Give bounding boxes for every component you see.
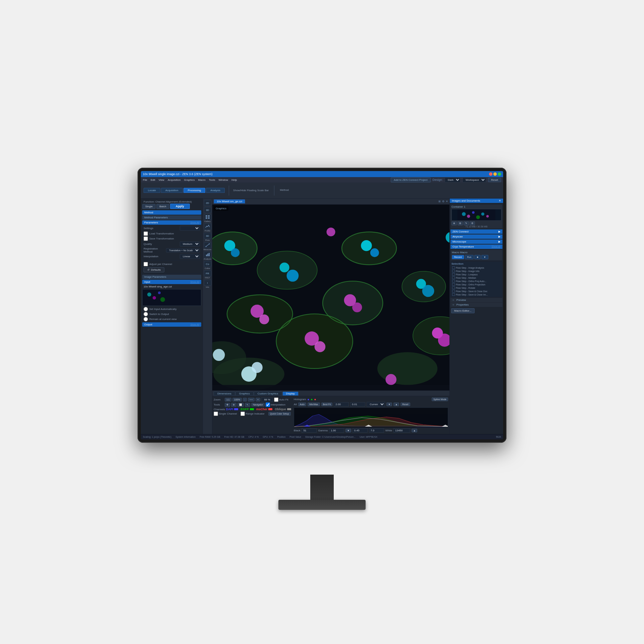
zoom-fit-btn[interactable]: 1:1 (225, 398, 231, 401)
reg-method-select[interactable]: Translation + No Scaling (166, 248, 200, 253)
tab-acquisition[interactable]: Acquisition (161, 188, 183, 193)
white-up-btn[interactable]: ▲ (412, 429, 417, 432)
minimize-btn[interactable] (493, 172, 497, 176)
gamma-step-input[interactable] (350, 402, 365, 407)
adjust-channel-check[interactable] (144, 262, 148, 266)
single-btn[interactable]: Single (142, 204, 156, 209)
set-input-auto-radio[interactable] (144, 307, 148, 311)
method-params-header[interactable]: Method Parameters (142, 215, 201, 220)
3dplots-btn[interactable]: 3D (204, 233, 211, 239)
input-header[interactable]: Input Show All (142, 280, 201, 284)
flow-check-save-close-doc[interactable] (452, 290, 455, 292)
microscope-header[interactable]: Microscope ▶ (450, 239, 502, 244)
gamma-input[interactable] (334, 402, 349, 407)
microscope-image[interactable]: ◄ Show All Graphics (212, 205, 449, 390)
gamma-low-input[interactable] (353, 428, 368, 433)
minmax-btn[interactable]: Min/Max (308, 402, 320, 406)
output-header[interactable]: Output Show All (142, 322, 201, 327)
reset-btn[interactable]: Reset (488, 178, 501, 182)
zoom-in-btn[interactable]: + (256, 398, 260, 401)
add-to-zen-btn[interactable]: Add to ZEN Connect Project (391, 177, 431, 182)
right-panel-close[interactable]: ✕ (499, 199, 501, 202)
white-input[interactable] (393, 428, 410, 433)
menu-macro[interactable]: Macro (198, 178, 206, 181)
parameters-header[interactable]: Parameters Show All (142, 220, 201, 225)
flow-check-ortho[interactable] (452, 283, 455, 286)
measure-btn[interactable] (204, 242, 211, 248)
mscher-channel[interactable]: msCher (256, 408, 268, 411)
properties-item[interactable]: ○ Properties (450, 303, 502, 307)
pointer-btn[interactable]: ↖ (245, 403, 250, 407)
batch-btn[interactable]: Batch (156, 204, 169, 209)
interp-select[interactable]: Linear (180, 254, 200, 259)
flow-check-save-close-im[interactable] (452, 293, 455, 296)
gallery-btn[interactable] (204, 214, 211, 220)
show-hide-scale-bar[interactable]: Show/Hide Floating Scale Bar (233, 189, 269, 192)
region-btn[interactable]: ⬜ (237, 403, 244, 407)
colloc-btn[interactable]: Co (204, 261, 211, 267)
flow-check-lowpass[interactable] (452, 273, 455, 276)
gamma-range-btn[interactable]: ▼ (345, 429, 351, 432)
egfp-channel[interactable]: EGFP (240, 408, 249, 411)
gamma-up-btn[interactable]: ▲ (393, 402, 399, 406)
menu-file[interactable]: File (143, 178, 147, 181)
menu-help[interactable]: Help (231, 178, 237, 181)
switch-output-radio[interactable] (144, 312, 148, 316)
method-section-header[interactable]: Method (142, 210, 201, 215)
menu-acquisition[interactable]: Acquisition (168, 178, 181, 181)
bestfit-btn[interactable]: Best Fit (321, 402, 333, 406)
image-params-header[interactable]: Image Parameters (142, 275, 201, 279)
spline-mode-btn[interactable]: Spline Mode (432, 397, 448, 401)
close-btn[interactable] (489, 172, 492, 176)
channel-select-hist[interactable]: Current (367, 402, 385, 407)
save-transform-check[interactable] (144, 236, 148, 241)
analysis-btn[interactable] (204, 252, 211, 258)
design-select[interactable]: Dark (445, 177, 461, 182)
workspace-select[interactable]: Workspace (463, 177, 486, 182)
zoom-slider-area[interactable]: ── (248, 398, 255, 401)
run-btn[interactable]: Run (465, 255, 474, 259)
quality-select[interactable]: Medium (180, 241, 200, 247)
flow-check-rotate[interactable] (452, 286, 455, 289)
macro-editor-btn[interactable]: Macro Editor... (451, 308, 475, 313)
zen-connect-header[interactable]: ZEN Connect ▶ (450, 229, 502, 234)
cryo-show-all[interactable]: Show all (492, 245, 500, 248)
cryo-header[interactable]: Cryo Temperature Show all (450, 245, 502, 249)
preview-item[interactable]: ○ Preview (450, 298, 502, 302)
tab-dimensions[interactable]: Dimensions (214, 391, 235, 396)
image-view-icon[interactable]: ⊞ (438, 200, 441, 203)
menu-window[interactable]: Window (219, 178, 228, 181)
maximize-btn[interactable] (498, 172, 501, 176)
info-btn[interactable]: i (204, 280, 211, 286)
gamma-down-btn[interactable]: ▼ (386, 402, 392, 406)
apply-btn[interactable]: Apply (170, 204, 190, 209)
gamma-input-bw[interactable] (329, 428, 344, 433)
flow-check-ortho-auto[interactable] (452, 280, 455, 282)
black-input[interactable] (302, 428, 317, 433)
flow-check-median[interactable] (452, 276, 455, 279)
3d-btn[interactable]: 3D (204, 207, 211, 213)
pan-btn[interactable]: ✥ (225, 403, 230, 407)
image-tab-main[interactable]: 10x 96well sm_ge.czi (214, 199, 245, 204)
single-channel-check[interactable] (214, 412, 218, 416)
interp-check[interactable] (266, 402, 270, 407)
tab-processing[interactable]: Processing (183, 188, 206, 193)
zoom-100-btn[interactable]: 100% (232, 398, 242, 401)
container-btn4[interactable]: ⚙ (470, 221, 475, 225)
menu-edit[interactable]: Edit (151, 178, 155, 181)
stop-btn[interactable]: ■ (474, 255, 480, 259)
quick-color-btn[interactable]: Quick Color Setup (268, 412, 291, 416)
macro-menu-btn[interactable]: ▼ (481, 255, 488, 259)
menu-tools[interactable]: Tools (209, 178, 215, 181)
container-btn2[interactable]: ⊞ (458, 221, 463, 225)
oblique-channel[interactable]: Oblique (275, 408, 286, 411)
tab-graphics[interactable]: Graphics (235, 391, 254, 396)
tab-custom-graphics[interactable]: Custom Graphics (254, 391, 282, 396)
image-settings-icon[interactable]: ⚙ (442, 200, 444, 203)
gamma-high-input[interactable] (369, 428, 384, 433)
range-indicator-check[interactable] (240, 412, 245, 416)
defaults-btn[interactable]: ↺ Defaults (144, 267, 164, 272)
settings-select[interactable] (180, 226, 200, 231)
airyscan-header[interactable]: Airyscan ▶ (450, 234, 502, 239)
zoom-out-btn[interactable]: - (243, 398, 247, 401)
